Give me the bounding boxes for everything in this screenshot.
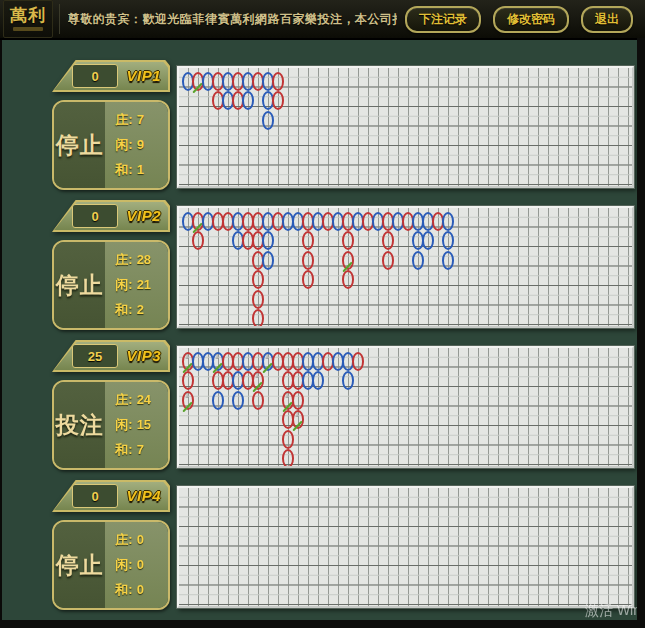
player-circle: [312, 371, 324, 390]
banker-count-row: 庄:7: [115, 111, 168, 129]
banker-circle: [382, 251, 394, 270]
tie-count-number: 1: [295, 411, 299, 418]
topbar-divider: [59, 4, 60, 34]
banker-circle: [252, 309, 264, 328]
tie-slash-icon: [292, 421, 302, 432]
banker-value: 28: [137, 252, 151, 267]
player-circle: [442, 212, 454, 231]
player-count-row: 闲:9: [115, 136, 168, 154]
tie-count-number: 1: [285, 392, 289, 399]
player-label: 闲:: [115, 137, 132, 152]
main-content: 0 VIP1 停止 庄:7 闲:9 和:1 0 VIP2: [0, 40, 645, 628]
bet-records-button[interactable]: 下注记录: [405, 6, 481, 33]
tie-count-number: 1: [185, 353, 189, 360]
tie-label: 和:: [115, 582, 132, 597]
change-password-button[interactable]: 修改密码: [493, 6, 569, 33]
banker-circle-tie: 1: [252, 371, 264, 390]
banker-circle: [192, 231, 204, 250]
banker-circle: [252, 270, 264, 289]
vip2-status: 停止: [56, 270, 104, 301]
topbar-buttons: 下注记录 修改密码 退出: [405, 6, 633, 33]
vip4-status: 停止: [56, 550, 104, 581]
window-frame-bottom: [0, 620, 645, 628]
tie-value: 0: [137, 582, 144, 597]
vip3-status-pane: 投注: [54, 382, 105, 468]
vip3-road-panel: 1111111: [177, 346, 634, 468]
vip3-badge: 25 VIP3: [52, 340, 170, 372]
player-label: 闲:: [115, 277, 132, 292]
player-circle: [442, 251, 454, 270]
player-value: 9: [137, 137, 144, 152]
banker-count-row: 庄:24: [115, 391, 168, 409]
vip1-stats: 庄:7 闲:9 和:1: [105, 102, 168, 188]
tie-count-row: 和:1: [115, 161, 168, 179]
vip1-status: 停止: [56, 130, 104, 161]
logout-button[interactable]: 退出: [581, 6, 633, 33]
vip3-countdown: 25: [72, 344, 118, 368]
banker-circle: [282, 449, 294, 468]
tie-count-row: 和:2: [115, 301, 168, 319]
vip2-info-box[interactable]: 停止 庄:28 闲:21 和:2: [52, 240, 170, 330]
vip4-stats: 庄:0 闲:0 和:0: [105, 522, 168, 608]
vip3-status: 投注: [56, 410, 104, 441]
player-value: 15: [137, 417, 151, 432]
banker-label: 庄:: [115, 252, 132, 267]
banker-circle: [182, 371, 194, 390]
banker-circle: [352, 352, 364, 371]
vip1-info-box[interactable]: 停止 庄:7 闲:9 和:1: [52, 100, 170, 190]
banker-count-row: 庄:28: [115, 251, 168, 269]
banker-circle: [382, 231, 394, 250]
vip1-section: 0 VIP1 停止 庄:7 闲:9 和:1: [2, 48, 645, 188]
player-label: 闲:: [115, 417, 132, 432]
site-logo-text: 萬利: [10, 7, 46, 25]
tie-count-number: 1: [215, 353, 219, 360]
banker-circle: [282, 430, 294, 449]
banker-circle: [342, 270, 354, 289]
vip1-card: 0 VIP1 停止 庄:7 闲:9 和:1: [52, 60, 170, 190]
vip1-badge: 0 VIP1: [52, 60, 170, 92]
tie-slash-icon: [192, 82, 202, 93]
banker-label: 庄:: [115, 532, 132, 547]
vip2-countdown: 0: [72, 204, 118, 228]
banker-label: 庄:: [115, 392, 132, 407]
vip4-road-panel: [177, 486, 634, 608]
banker-circle-tie: 1: [292, 410, 304, 429]
banker-value: 24: [137, 392, 151, 407]
vip3-info-box[interactable]: 投注 庄:24 闲:15 和:7: [52, 380, 170, 470]
tie-label: 和:: [115, 302, 132, 317]
player-circle: [242, 91, 254, 110]
banker-circle: [272, 72, 284, 91]
vip4-info-box[interactable]: 停止 庄:0 闲:0 和:0: [52, 520, 170, 610]
welcome-marquee-text: 尊敬的贵宾：歡迎光臨菲律賓萬利網路百家樂投注，本公司持有菲律賓政府批出的合法博彩…: [68, 11, 397, 28]
player-circle: [422, 231, 434, 250]
tie-label: 和:: [115, 162, 132, 177]
banker-circle: [252, 391, 264, 410]
tie-slash-icon: [182, 401, 192, 412]
tie-count-row: 和:7: [115, 441, 168, 459]
player-circle: [442, 231, 454, 250]
player-circle: [262, 111, 274, 130]
vip3-section: 25 VIP3 投注 庄:24 闲:15 和:7 1111111: [2, 328, 645, 468]
tie-count-row: 和:0: [115, 581, 168, 599]
vip2-badge: 0 VIP2: [52, 200, 170, 232]
window-frame-right: [637, 38, 645, 628]
banker-count-row: 庄:0: [115, 531, 168, 549]
player-circle: [342, 371, 354, 390]
player-count-row: 闲:0: [115, 556, 168, 574]
player-circle: [232, 391, 244, 410]
vip1-road-panel: [177, 66, 634, 188]
vip4-status-pane: 停止: [54, 522, 105, 608]
banker-circle: [272, 91, 284, 110]
player-circle: [212, 391, 224, 410]
banker-circle: [252, 290, 264, 309]
banker-circle: [302, 270, 314, 289]
player-label: 闲:: [115, 557, 132, 572]
site-logo: 萬利: [3, 0, 53, 38]
player-count-row: 闲:15: [115, 416, 168, 434]
tie-value: 2: [137, 302, 144, 317]
vip1-countdown: 0: [72, 64, 118, 88]
vip3-label: VIP3: [126, 347, 161, 364]
player-value: 0: [137, 557, 144, 572]
banker-value: 0: [137, 532, 144, 547]
banker-circle: [342, 231, 354, 250]
